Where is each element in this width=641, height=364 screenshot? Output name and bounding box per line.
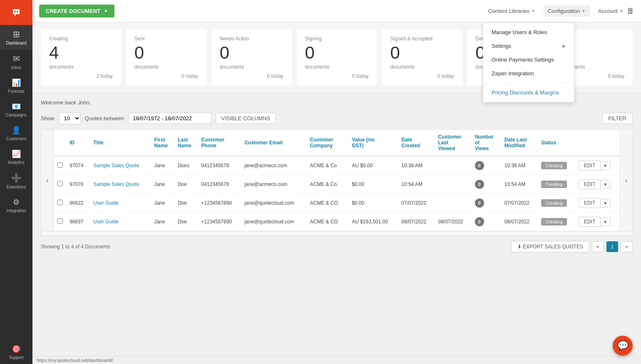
stat-today-signing: 0 today xyxy=(305,73,369,79)
page-1-button[interactable]: 1 xyxy=(606,241,619,252)
edit-button[interactable]: EDIT xyxy=(579,161,601,171)
status-badge: Creating xyxy=(541,199,567,207)
col-first-name[interactable]: FirstName xyxy=(151,130,174,156)
dropdown-divider xyxy=(483,83,574,83)
sidebar-item-integration[interactable]: ⚙ Integration xyxy=(0,193,32,217)
nav-content-libraries[interactable]: Content Libraries ▼ xyxy=(488,6,535,16)
documents-table-wrapper: ‹ ID Title FirstName LastName CustomerPh… xyxy=(41,129,633,236)
cell-date-created: 07/07/2022 xyxy=(398,194,435,213)
stat-title-signing: Signing xyxy=(305,36,369,42)
cell-phone: 0412345678 xyxy=(198,175,241,194)
row-checkbox[interactable] xyxy=(57,162,63,168)
status-badge: Creating xyxy=(541,162,567,169)
row-checkbox-cell xyxy=(54,175,66,194)
nav-configuration-label: Configuration xyxy=(548,8,580,14)
cell-views: 0 xyxy=(472,175,501,194)
sidebar-item-extensions[interactable]: ➕ Extentions xyxy=(0,169,32,193)
cell-company: ACME & Co. xyxy=(307,175,349,194)
chat-fab-button[interactable]: 💬 xyxy=(613,336,633,356)
inbox-icon: ✉ xyxy=(13,54,20,64)
col-email[interactable]: Customer Email xyxy=(241,130,306,156)
col-value[interactable]: Value (incGST) xyxy=(348,130,398,156)
date-range-input[interactable] xyxy=(128,113,211,124)
table-nav-prev[interactable]: ‹ xyxy=(41,130,54,231)
cell-email: jane@acmeco.com xyxy=(241,175,306,194)
cell-title[interactable]: User Guide xyxy=(90,213,151,231)
stat-label-sent: documents xyxy=(134,64,198,70)
cell-last-name: Does xyxy=(174,156,198,175)
sidebar-item-campaigns[interactable]: 📧 Campaigns xyxy=(0,98,32,121)
edit-dropdown-button[interactable]: ▼ xyxy=(601,180,610,189)
stat-card-needs-action[interactable]: Needs Action 0 documents 0 today xyxy=(211,29,292,86)
col-company[interactable]: CustomerCompany xyxy=(307,130,349,156)
topbar-nav: Content Libraries ▼ Configuration ▼ Acco… xyxy=(488,5,624,17)
edit-button[interactable]: EDIT xyxy=(579,217,601,227)
cell-last-viewed: 08/07/2022 xyxy=(435,213,471,231)
cell-title[interactable]: User Guide xyxy=(90,194,151,213)
edit-dropdown-button[interactable]: ▼ xyxy=(601,199,610,208)
cell-views: 0 xyxy=(472,156,501,175)
dropdown-item-settings[interactable]: Settings ▶ xyxy=(483,39,574,53)
col-last-viewed[interactable]: CustomerLastViewed xyxy=(435,130,471,156)
stat-card-creating[interactable]: Creating 4 documents 2 today xyxy=(41,29,121,86)
col-status[interactable]: Status ↕ xyxy=(538,130,575,156)
dropdown-item-zapier[interactable]: Zapier Integration xyxy=(483,67,574,80)
page-first-button[interactable]: « xyxy=(592,241,604,252)
cell-company: ACME & CO xyxy=(307,213,349,231)
export-button[interactable]: ⬇ EXPORT SALES QUOTES xyxy=(511,241,589,253)
row-checkbox[interactable] xyxy=(57,181,63,186)
table-nav-next[interactable]: › xyxy=(620,130,632,231)
col-checkbox xyxy=(54,130,66,156)
dropdown-item-manage-users[interactable]: Manage Users & Roles xyxy=(483,25,574,39)
row-checkbox[interactable] xyxy=(57,218,63,224)
col-last-name[interactable]: LastName xyxy=(174,130,198,156)
sidebar-item-inbox[interactable]: ✉ Inbox xyxy=(0,50,32,74)
stat-card-sent[interactable]: Sent 0 documents 0 today xyxy=(126,29,206,86)
col-date-modified[interactable]: Date LastModified xyxy=(501,130,538,156)
visible-columns-button[interactable]: VISIBLE COLUMNS xyxy=(216,113,276,124)
sidebar-item-dashboard[interactable]: ⊞ Dashboard xyxy=(0,25,32,50)
analytics-icon: 📈 xyxy=(12,149,21,158)
nav-configuration[interactable]: Configuration ▼ xyxy=(544,5,590,17)
edit-button[interactable]: EDIT xyxy=(579,179,601,189)
col-date-created[interactable]: DateCreated xyxy=(398,130,435,156)
cell-date-created: 10:38 AM xyxy=(398,156,435,175)
show-select[interactable]: 10 25 50 xyxy=(59,112,81,124)
trash-button[interactable]: 🗑 xyxy=(627,7,634,15)
stat-card-signed-accepted[interactable]: Signed & Accepted 0 documents 0 today xyxy=(382,29,462,86)
row-checkbox[interactable] xyxy=(57,200,63,205)
cell-last-name: Doe xyxy=(174,175,198,194)
account-caret: ▼ xyxy=(619,9,624,13)
edit-dropdown-button[interactable]: ▼ xyxy=(601,218,610,226)
stat-card-signing[interactable]: Signing 0 documents 0 today xyxy=(297,29,377,86)
nav-account[interactable]: Account ▼ xyxy=(598,6,624,16)
sidebar-item-customers[interactable]: 👤 Customers xyxy=(0,121,32,145)
sidebar-item-label: Analytics xyxy=(8,160,25,165)
col-title[interactable]: Title xyxy=(90,130,151,156)
stat-title-signed-accepted: Signed & Accepted xyxy=(390,36,454,42)
sidebar-item-support[interactable]: 🎯 Support xyxy=(0,340,32,364)
svg-point-2 xyxy=(17,11,18,12)
col-views[interactable]: NumberofViews xyxy=(472,130,501,156)
col-id[interactable]: ID xyxy=(66,130,90,156)
edit-button[interactable]: EDIT xyxy=(579,198,601,208)
dropdown-item-online-payments[interactable]: Online Payments Settings xyxy=(483,53,574,67)
stat-today-sent: 0 today xyxy=(134,73,198,79)
filter-button[interactable]: FILTER xyxy=(602,113,633,124)
sidebar-item-forecast[interactable]: 📊 Forecast xyxy=(0,74,32,98)
page-next-button[interactable]: » xyxy=(621,241,633,252)
edit-dropdown-button[interactable]: ▼ xyxy=(601,161,610,170)
integration-icon: ⚙ xyxy=(13,198,20,207)
stat-label-signed-accepted: documents xyxy=(390,64,454,70)
sidebar-item-analytics[interactable]: 📈 Analytics xyxy=(0,145,32,169)
create-document-button[interactable]: CREATE DOCUMENT ▼ xyxy=(39,5,114,17)
col-phone[interactable]: CustomerPhone xyxy=(198,130,241,156)
content-libraries-caret: ▼ xyxy=(531,9,535,13)
dropdown-item-pricing[interactable]: Pricing Discounts & Margins xyxy=(483,86,574,99)
sidebar: ⊞ Dashboard ✉ Inbox 📊 Forecast 📧 Campaig… xyxy=(0,0,32,364)
cell-title[interactable]: Sample Sales Quote xyxy=(90,175,151,194)
sidebar-logo[interactable] xyxy=(0,0,32,25)
cell-title[interactable]: Sample Sales Quote xyxy=(90,156,151,175)
stat-label-needs-action: documents xyxy=(220,64,283,70)
sidebar-item-label: Dashboard xyxy=(6,41,27,45)
